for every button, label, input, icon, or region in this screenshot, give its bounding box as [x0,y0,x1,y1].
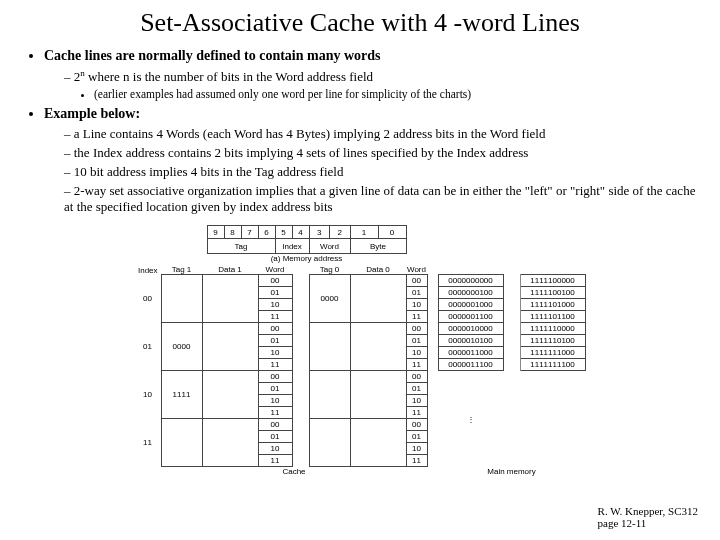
bit-5: 5 [275,226,292,239]
bullet-1-sub-1-dot: (earlier examples had assumed only one w… [94,88,700,100]
page-title: Set-Associative Cache with 4 -word Lines [20,8,700,38]
col-word0: Word [406,265,427,275]
cache-diagram: 9 8 7 6 5 4 3 2 1 0 Tag Index Word Byte [20,225,700,476]
col-index: Index [135,265,162,275]
mem-bot-1: 1111100100 [520,287,585,299]
bit-4: 4 [292,226,309,239]
data0-10 [350,371,406,419]
bit-0: 0 [378,226,406,239]
mem-bot-6: 1111111000 [520,347,585,359]
bit-1: 1 [350,226,378,239]
bit-2: 2 [330,226,351,239]
mem-top-0: 0000000000 [438,275,503,287]
bit-8: 8 [224,226,241,239]
mem-bot-4: 1111110000 [520,323,585,335]
mem-top-1: 0000000100 [438,287,503,299]
tag1-10: 1111 [161,371,202,419]
bit-3: 3 [309,226,330,239]
bit-6: 6 [258,226,275,239]
bullet-2-sub-3: 10 bit address implies 4 bits in the Tag… [64,164,700,180]
footer-author: R. W. Knepper, SC312 [598,505,698,517]
footer-page: page 12-11 [598,517,647,529]
mem-top-5: 0000010100 [438,335,503,347]
bit-9: 9 [207,226,224,239]
seg-index: Index [275,239,309,254]
data0-01 [350,323,406,371]
idx-10: 10 [135,371,162,419]
seg-word: Word [309,239,350,254]
bullet-2-sub-4: 2-way set associative organization impli… [64,183,700,215]
mem-top-6: 0000011000 [438,347,503,359]
mem-bot-3: 1111101100 [520,311,585,323]
data1-00 [202,275,258,323]
caption-memaddr: (a) Memory address [207,254,406,264]
bullet-2: Example below: [44,106,140,121]
col-tag1: Tag 1 [161,265,202,275]
tag1-01: 0000 [161,323,202,371]
tag0-11 [309,419,350,467]
data0-00 [350,275,406,323]
mem-top-7: 0000011100 [438,359,503,371]
bullet-2-sub-2: the Index address contains 2 bits implyi… [64,145,700,161]
tag1-11 [161,419,202,467]
w: 00 [406,275,427,287]
col-data0: Data 0 [350,265,406,275]
col-word1: Word [258,265,292,275]
mem-bot-5: 1111110100 [520,335,585,347]
idx-00: 00 [135,275,162,323]
caption-main: Main memory [438,467,585,477]
idx-11: 11 [135,419,162,467]
seg-tag: Tag [207,239,275,254]
seg-byte: Byte [350,239,406,254]
mem-bot-0: 1111100000 [520,275,585,287]
tag1-00 [161,275,202,323]
tag0-00: 0000 [309,275,350,323]
w: 00 [258,275,292,287]
footer: R. W. Knepper, SC312 page 12-11 [598,505,698,530]
caption-cache: Cache [161,467,427,477]
data1-10 [202,371,258,419]
mem-bot-2: 1111101000 [520,299,585,311]
bullet-2-sub-1: a Line contains 4 Words (each Word has 4… [64,126,700,142]
bit-7: 7 [241,226,258,239]
bullet-1-sub-1: 2n where n is the number of bits in the … [64,68,700,100]
bullet-1: Cache lines are normally defined to cont… [44,48,381,63]
mem-top-4: 0000010000 [438,323,503,335]
data1-11 [202,419,258,467]
idx-01: 01 [135,323,162,371]
data1-01 [202,323,258,371]
mem-bot-7: 1111111100 [520,359,585,371]
mem-top-2: 0000001000 [438,299,503,311]
data0-11 [350,419,406,467]
col-data1: Data 1 [202,265,258,275]
mem-top-3: 0000001100 [438,311,503,323]
tag0-10 [309,371,350,419]
col-tag0: Tag 0 [309,265,350,275]
tag0-01 [309,323,350,371]
bullet-list: Cache lines are normally defined to cont… [26,48,700,215]
mem-ellipsis: ⋮ [438,371,503,467]
